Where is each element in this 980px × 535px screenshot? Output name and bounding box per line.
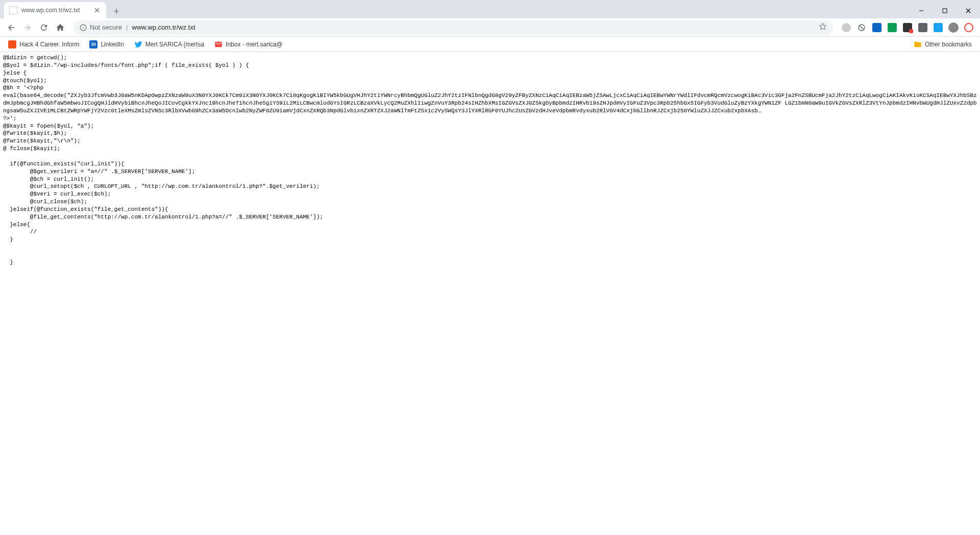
bookmark-twitter[interactable]: Mert SARICA (mertsa [130,38,208,51]
new-tab-button[interactable] [109,4,124,18]
bookmark-label: Hack 4 Career. Inform [19,41,79,48]
extension-icon-5[interactable] [902,22,913,33]
extension-icon-6[interactable] [918,22,928,33]
url-text: www.wp.com.tr/wz.txt [132,23,195,31]
bookmark-hack4career[interactable]: Hack 4 Career. Inform [4,38,83,51]
extension-icon-4[interactable] [887,22,897,33]
folder-icon [914,40,922,48]
gmail-icon [214,40,223,48]
bookmark-gmail[interactable]: Inbox - mert.sarica@ [210,38,287,51]
twitter-icon [134,40,142,48]
profile-avatar[interactable] [948,22,959,33]
other-bookmarks-label: Other bookmarks [925,41,972,48]
page-content[interactable]: @$dizin = getcwd(); @$yol = $dizin."/wp-… [0,52,980,269]
linkedin-icon: in [89,40,97,48]
extension-icon-1[interactable] [841,22,851,33]
reload-button[interactable] [37,20,51,35]
close-window-button[interactable] [957,3,980,18]
extension-icon-2[interactable] [856,22,867,33]
bookmark-label: Mert SARICA (mertsa [145,41,204,48]
star-icon[interactable] [819,22,827,32]
bookmark-label: Inbox - mert.sarica@ [226,41,283,48]
tab-title: www.wp.com.tr/wz.txt [21,7,89,14]
forward-button[interactable] [20,20,35,35]
home-button[interactable] [53,20,67,35]
extension-icon-8[interactable] [964,22,974,33]
page-favicon-icon [9,6,17,14]
maximize-button[interactable] [933,3,957,18]
info-icon [80,24,87,31]
browser-tab[interactable]: www.wp.com.tr/wz.txt [4,2,106,18]
close-tab-icon[interactable] [93,6,101,14]
other-bookmarks[interactable]: Other bookmarks [910,38,976,51]
security-indicator[interactable]: Not secure [80,23,122,31]
extension-icon-3[interactable] [872,22,882,33]
not-secure-label: Not secure [90,23,122,31]
extension-icon-7[interactable] [933,22,943,33]
hack4career-icon [8,40,16,48]
bookmark-linkedin[interactable]: in LinkedIn [85,38,128,51]
bookmark-label: LinkedIn [101,41,124,48]
minimize-button[interactable] [910,3,933,18]
address-bar[interactable]: Not secure | www.wp.com.tr/wz.txt [74,20,833,35]
back-button[interactable] [4,20,18,35]
svg-rect-0 [943,9,947,13]
